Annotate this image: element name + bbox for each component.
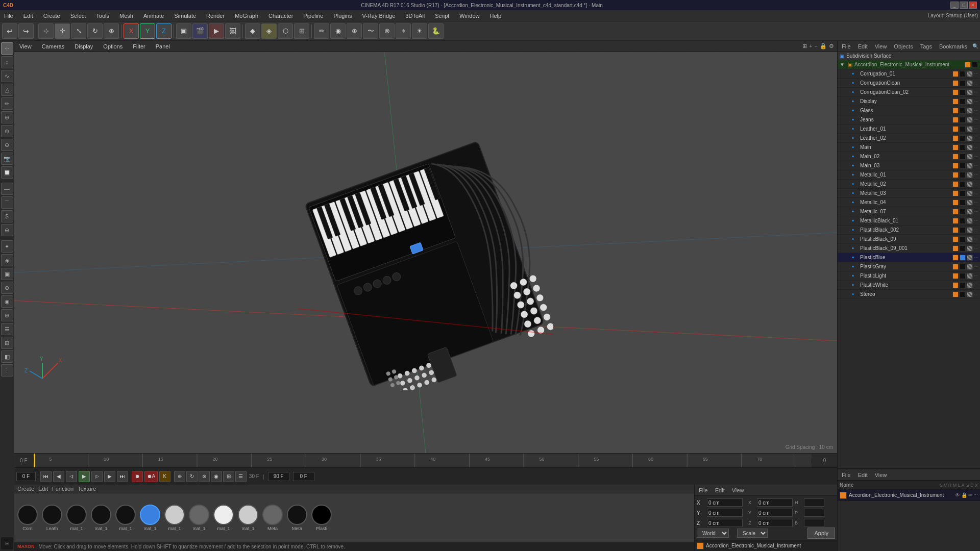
vp-display-menu[interactable]: Display — [72, 42, 95, 51]
axis-z-btn[interactable]: Z — [156, 23, 172, 39]
render-to-btn[interactable]: 🖼 — [225, 23, 240, 39]
menu-file[interactable]: File — [2, 12, 15, 20]
left-tool-sculpt2[interactable]: ⊖ — [1, 224, 13, 236]
move-tool-btn[interactable]: ✛ — [55, 23, 70, 39]
left-tool-rigging[interactable]: ⊝ — [1, 139, 13, 151]
vp-filter-menu[interactable]: Filter — [131, 42, 147, 51]
material-list-panel[interactable]: ▼ ▣ Accordion_Electronic_Musical_Instrum… — [838, 60, 980, 468]
material-thumbnail-item[interactable]: mat_1 — [90, 505, 112, 531]
left-tool-render[interactable]: 🔲 — [1, 166, 13, 179]
prev-frame-btn[interactable]: ◀ — [53, 471, 64, 482]
mat-row-item[interactable]: 🔹Main_03··· — [838, 161, 980, 170]
material-thumbnail-item[interactable]: mat_1 — [237, 505, 259, 531]
mat-row-item[interactable]: 🔹Display··· — [838, 97, 980, 106]
render-view-btn[interactable]: 🎬 — [192, 23, 208, 39]
apply-button[interactable]: Apply — [807, 528, 835, 539]
obj-edit-icon[interactable]: ✏ — [968, 492, 972, 498]
mm-tab-edit[interactable]: Edit — [856, 42, 870, 51]
left-tool-snap[interactable]: ⊕ — [1, 282, 13, 294]
obj-more-icon[interactable]: ⋯ — [973, 492, 978, 498]
left-tool-deform[interactable]: ⊛ — [1, 111, 13, 123]
vp-lock-icon[interactable]: 🔒 — [820, 43, 827, 49]
mat-row-item[interactable]: 🔹PlasticBlack_09··· — [838, 235, 980, 244]
y-pos-input[interactable] — [707, 509, 743, 517]
go-start-btn[interactable]: ⏮ — [40, 471, 52, 482]
obj-tab-file[interactable]: File — [840, 471, 853, 479]
measure-btn[interactable]: ⌖ — [396, 23, 411, 39]
spline-btn[interactable]: 〜 — [363, 23, 378, 39]
left-tool-spline[interactable]: ∿ — [1, 70, 13, 82]
next-key-btn[interactable]: |▷ — [91, 471, 103, 482]
end-frame-input[interactable] — [268, 472, 289, 481]
play-btn[interactable]: ▶ — [79, 471, 90, 482]
left-tool-paint[interactable]: ✏ — [1, 97, 13, 110]
menu-tools[interactable]: Tools — [94, 12, 111, 20]
left-tool-camera[interactable]: 📷 — [1, 153, 13, 165]
mat-row-item[interactable]: 🔹PlasticWhite··· — [838, 281, 980, 290]
menu-edit[interactable]: Edit — [21, 12, 35, 20]
left-tool-select[interactable]: ⊹ — [1, 42, 13, 55]
axis-x-btn[interactable]: X — [124, 23, 139, 39]
minimize-btn[interactable]: _ — [950, 2, 959, 9]
mat-row-item[interactable]: 🔹CorrugationClean··· — [838, 79, 980, 88]
material-thumbnail-item[interactable]: mat_1 — [212, 505, 235, 531]
paint-tool-btn[interactable]: ✏ — [314, 23, 329, 39]
left-tool-misc[interactable]: ☰ — [1, 323, 13, 335]
mm-tab-bookmarks[interactable]: Bookmarks — [937, 42, 969, 51]
left-tool-uv[interactable]: ▣ — [1, 268, 13, 280]
mm-tab-file[interactable]: File — [840, 42, 853, 51]
left-tool-misc2[interactable]: ⊞ — [1, 337, 13, 349]
record-btn[interactable]: ⏺ — [132, 471, 143, 482]
mat-row-item[interactable]: 🔹Main··· — [838, 143, 980, 152]
material-thumbnail-item[interactable]: Leath — [41, 505, 63, 531]
b-input[interactable] — [804, 519, 824, 527]
point-mode-btn[interactable]: ◆ — [245, 23, 260, 39]
left-tool-draw[interactable]: — — [1, 183, 13, 195]
current-frame-input[interactable] — [293, 472, 314, 481]
menu-simulate[interactable]: Simulate — [172, 12, 198, 20]
mat-row-accordion-root[interactable]: ▼ ▣ Accordion_Electronic_Musical_Instrum… — [838, 60, 980, 69]
start-frame-input[interactable] — [16, 472, 36, 481]
left-tool-view[interactable]: ⊗ — [1, 309, 13, 321]
menu-character[interactable]: Character — [266, 12, 295, 20]
mm-tab-tags[interactable]: Tags — [918, 42, 934, 51]
timeline-ruler[interactable]: 0 F 5 10 15 20 25 30 35 — [14, 453, 837, 467]
poly-mode-btn[interactable]: ⬡ — [278, 23, 293, 39]
menu-help[interactable]: Help — [487, 12, 503, 20]
vp-expand-icon[interactable]: ⊞ — [802, 43, 807, 49]
mm-tab-view[interactable]: View — [873, 42, 889, 51]
material-thumbnail-item[interactable]: mat_1 — [65, 505, 88, 531]
obj-tab-view[interactable]: View — [873, 471, 889, 479]
mat-row-item[interactable]: 🔹Metallic_03··· — [838, 189, 980, 198]
menu-3dtoall[interactable]: 3DToAll — [403, 12, 427, 20]
vp-settings-icon[interactable]: ⚙ — [829, 43, 834, 49]
window-controls[interactable]: _ □ ✕ — [950, 2, 977, 9]
left-tool-curve[interactable]: ⌒ — [1, 196, 13, 209]
mat-row-item[interactable]: 🔹Leather_02··· — [838, 134, 980, 143]
snap-btn[interactable]: ⊗ — [379, 23, 395, 39]
menu-render[interactable]: Render — [204, 12, 227, 20]
prev-key-btn[interactable]: ◁| — [66, 471, 77, 482]
x-size-input[interactable] — [757, 498, 793, 507]
mat-row-item[interactable]: 🔹Leather_01··· — [838, 124, 980, 134]
material-thumbnail-item[interactable]: Corn — [16, 505, 39, 531]
left-tool-maxon[interactable]: M — [1, 537, 13, 549]
vp-panel-menu[interactable]: Panel — [154, 42, 172, 51]
redo-btn[interactable]: ↪ — [18, 23, 34, 39]
z-size-input[interactable] — [757, 519, 793, 527]
left-tool-misc4[interactable]: ⋮ — [1, 364, 13, 377]
mm-search-icon[interactable]: 🔍 — [972, 43, 978, 49]
mat-row-item[interactable]: 🔹PlasticBlack_002··· — [838, 226, 980, 235]
live-sel-btn[interactable]: ◉ — [330, 23, 346, 39]
h-input[interactable] — [804, 498, 824, 507]
coord-mode-scale[interactable]: ScaleSize — [737, 529, 768, 538]
br-tab-file[interactable]: File — [697, 486, 710, 494]
br-tab-edit[interactable]: Edit — [713, 486, 727, 494]
mm-tab-objects[interactable]: Objects — [892, 42, 915, 51]
python-btn[interactable]: 🐍 — [428, 23, 444, 39]
snap-misc-btn[interactable]: ⊞ — [223, 471, 234, 482]
br-tab-view[interactable]: View — [730, 486, 746, 494]
uvw-mode-btn[interactable]: ⊞ — [294, 23, 309, 39]
left-tool-polygon[interactable]: △ — [1, 84, 13, 96]
mat-row-item[interactable]: 🔹Stereo··· — [838, 290, 980, 299]
